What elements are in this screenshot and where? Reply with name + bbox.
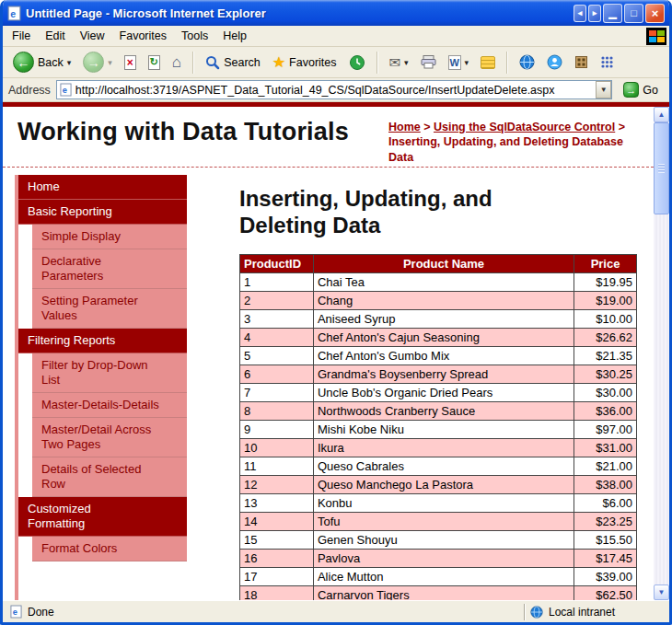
product-price: $19.95 <box>574 272 637 291</box>
edit-dropdown-icon[interactable]: ▾ <box>465 58 469 67</box>
product-name: Chang <box>313 291 574 309</box>
sidebar-item-master-detail-across-two-pages[interactable]: Master/Detail Across Two Pages <box>32 418 187 457</box>
breadcrumb-link-home[interactable]: Home <box>388 121 421 133</box>
product-name: Queso Cabrales <box>313 457 574 475</box>
product-price: $62.50 <box>574 585 637 600</box>
grid-icon <box>600 55 614 69</box>
forward-icon: → <box>83 52 104 73</box>
stop-icon: × <box>124 55 136 70</box>
url-text[interactable]: http://localhost:3719/ASPNET_Data_Tutori… <box>75 84 592 97</box>
menu-help[interactable]: Help <box>215 27 254 45</box>
scroll-down-button[interactable]: ▼ <box>654 584 669 600</box>
breadcrumb-separator: > <box>421 121 434 133</box>
table-row: 11Queso Cabrales$21.00 <box>240 457 637 475</box>
page-header: Working with Data Tutorials Home > Using… <box>3 107 654 168</box>
mail-button[interactable]: ✉ ▾ <box>385 52 413 72</box>
product-name: Chai Tea <box>313 272 574 291</box>
forward-button[interactable]: → ▾ <box>78 49 117 75</box>
column-header-productid: ProductID <box>240 254 314 272</box>
product-id: 16 <box>240 549 314 567</box>
extra-tool-messenger-button[interactable] <box>542 52 567 73</box>
product-id: 11 <box>240 457 314 475</box>
history-button[interactable] <box>344 52 370 74</box>
menu-view[interactable]: View <box>73 27 112 45</box>
sidebar-item-declarative-parameters[interactable]: Declarative Parameters <box>32 249 187 289</box>
sidebar-item-master-details-details[interactable]: Master-Details-Details <box>32 393 187 418</box>
breadcrumb-link-using-the-sqldatasource-control[interactable]: Using the SqlDataSource Control <box>434 121 615 133</box>
extra-tool-building-button[interactable] <box>570 52 593 72</box>
product-name: Aniseed Syrup <box>313 309 574 328</box>
product-id: 2 <box>240 291 314 309</box>
sidebar-item-home[interactable]: Home <box>18 175 187 200</box>
sidebar-item-format-colors[interactable]: Format Colors <box>32 537 187 561</box>
go-label: Go <box>643 84 658 97</box>
web-page: Working with Data Tutorials Home > Using… <box>3 107 654 600</box>
scroll-up-button[interactable]: ▲ <box>654 107 669 122</box>
home-icon: ⌂ <box>172 54 181 70</box>
windows-logo-icon <box>646 28 666 45</box>
go-button[interactable]: → Go <box>618 80 664 99</box>
table-row: 3Aniseed Syrup$10.00 <box>240 309 637 328</box>
product-price: $23.25 <box>574 512 637 530</box>
title-bar[interactable]: e Untitled Page - Microsoft Internet Exp… <box>3 0 669 26</box>
product-id: 1 <box>240 272 314 291</box>
refresh-button[interactable]: ↻ <box>144 52 165 73</box>
menu-favorites[interactable]: Favorites <box>112 27 174 45</box>
vertical-scrollbar[interactable]: ▲ ▼ <box>654 107 669 600</box>
menu-edit[interactable]: Edit <box>38 27 73 45</box>
back-button[interactable]: ← Back ▾ <box>8 49 75 75</box>
window-controls: ◂ ▸ ▁ □ × <box>574 4 665 23</box>
sidebar-item-filter-by-drop-down-list[interactable]: Filter by Drop-Down List <box>32 353 187 393</box>
main-content: Inserting, Updating, and Deleting Data P… <box>239 175 641 600</box>
mail-dropdown-icon[interactable]: ▾ <box>404 58 409 67</box>
stop-button[interactable]: × <box>120 52 141 73</box>
maximize-button[interactable]: □ <box>624 4 643 23</box>
menu-tools[interactable]: Tools <box>174 27 215 45</box>
refresh-icon: ↻ <box>148 55 160 70</box>
extra-tool-grid-button[interactable] <box>596 52 619 72</box>
print-button[interactable] <box>416 52 441 72</box>
search-button[interactable]: Search <box>201 52 265 73</box>
sidebar-item-setting-parameter-values[interactable]: Setting Parameter Values <box>32 289 187 329</box>
table-row: 9Mishi Kobe Niku$97.00 <box>240 420 637 438</box>
edit-button[interactable]: W ▾ <box>444 52 474 73</box>
product-id: 10 <box>240 438 314 457</box>
product-id: 8 <box>240 401 314 420</box>
title-small-left-button[interactable]: ◂ <box>574 5 586 22</box>
forward-dropdown-icon[interactable]: ▾ <box>108 58 112 67</box>
status-message-panel: e Done <box>6 603 524 620</box>
ie-glyph: e <box>13 608 17 617</box>
minimize-button[interactable]: ▁ <box>603 4 622 23</box>
menu-file[interactable]: File <box>5 27 38 45</box>
sidebar-item-details-of-selected-row[interactable]: Details of Selected Row <box>32 457 187 497</box>
address-input[interactable]: e http://localhost:3719/ASPNET_Data_Tuto… <box>56 80 612 99</box>
table-row: 10Ikura$31.00 <box>240 438 637 457</box>
back-dropdown-icon[interactable]: ▾ <box>67 58 72 67</box>
favorites-label: Favorites <box>289 56 336 69</box>
home-button[interactable]: ⌂ <box>168 52 186 73</box>
ie-glyph: e <box>10 7 16 18</box>
toolbar-separator <box>506 52 508 74</box>
sidebar-item-basic-reporting[interactable]: Basic Reporting <box>18 200 187 225</box>
title-small-right-button[interactable]: ▸ <box>588 5 601 22</box>
building-icon <box>574 55 588 69</box>
favorites-button[interactable]: ★ Favorites <box>268 52 342 73</box>
product-price: $30.00 <box>574 383 637 401</box>
product-price: $19.00 <box>574 291 637 309</box>
page-body: HomeBasic ReportingSimple DisplayDeclara… <box>3 168 654 600</box>
product-id: 15 <box>240 530 314 549</box>
scrollbar-thumb[interactable] <box>654 122 669 214</box>
product-price: $15.50 <box>574 530 637 549</box>
toolbar-separator <box>192 52 194 74</box>
discuss-button[interactable] <box>476 53 500 72</box>
table-row: 6Grandma's Boysenberry Spread$30.25 <box>240 365 637 383</box>
sidebar-item-filtering-reports[interactable]: Filtering Reports <box>18 329 187 353</box>
sidebar-item-customized-formatting[interactable]: Customized Formatting <box>18 497 187 537</box>
close-button[interactable]: × <box>645 4 665 23</box>
address-dropdown-button[interactable]: ▼ <box>596 81 611 98</box>
product-name: Pavlova <box>313 549 574 567</box>
extra-tool-globe-button[interactable] <box>515 52 539 73</box>
search-label: Search <box>224 56 261 69</box>
status-bar: e Done Local intranet <box>3 600 669 622</box>
sidebar-item-simple-display[interactable]: Simple Display <box>32 225 187 249</box>
